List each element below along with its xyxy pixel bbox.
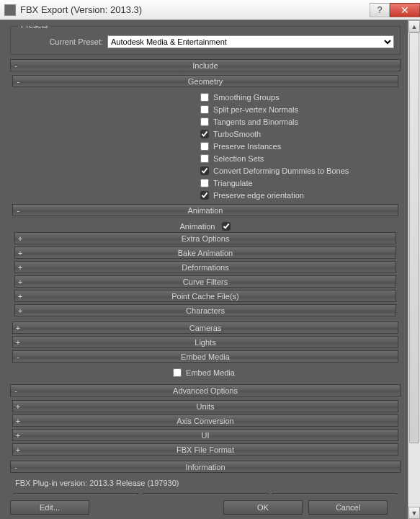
- animation-checkbox[interactable]: [222, 222, 231, 231]
- smoothing-groups-checkbox[interactable]: [200, 93, 209, 102]
- preserve-instances-label: Preserve Instances: [213, 142, 281, 151]
- smoothing-groups-label: Smoothing Groups: [213, 93, 280, 102]
- lights-header[interactable]: +Lights: [12, 336, 398, 348]
- scroll-thumb[interactable]: [409, 32, 419, 443]
- collapse-icon: -: [13, 205, 23, 216]
- geometry-header[interactable]: - Geometry: [12, 75, 398, 87]
- embed-media-label: Embed Media: [186, 368, 235, 377]
- point-cache-header[interactable]: +Point Cache File(s): [14, 290, 396, 302]
- ok-button[interactable]: OK: [223, 500, 303, 515]
- scroll-up-icon[interactable]: ▲: [408, 20, 420, 32]
- turbosmooth-label: TurboSmooth: [213, 130, 261, 138]
- units-header[interactable]: +Units: [12, 400, 398, 412]
- curve-filters-header[interactable]: +Curve Filters: [14, 275, 396, 288]
- extra-options-header[interactable]: +Extra Options: [14, 232, 396, 244]
- embed-media-checkbox[interactable]: [173, 368, 182, 377]
- turbosmooth-checkbox[interactable]: [200, 130, 209, 138]
- cancel-button[interactable]: Cancel: [308, 500, 388, 515]
- web-updates-button[interactable]: Web updates: [14, 493, 138, 494]
- edge-orientation-checkbox[interactable]: [200, 191, 209, 200]
- close-button[interactable]: ✕: [390, 3, 420, 17]
- tangents-checkbox[interactable]: [200, 117, 209, 126]
- axis-conversion-header[interactable]: +Axis Conversion: [12, 414, 398, 427]
- titlebar: FBX Export (Version: 2013.3) ? ✕: [0, 0, 420, 20]
- include-header[interactable]: - Include: [10, 59, 401, 71]
- advanced-header[interactable]: -Advanced Options: [10, 384, 401, 396]
- edge-orientation-label: Preserve edge orientation: [213, 191, 304, 200]
- split-normals-label: Split per-vertex Normals: [213, 105, 298, 114]
- animation-check-label: Animation: [180, 222, 215, 231]
- convert-dummies-checkbox[interactable]: [200, 167, 209, 175]
- embed-media-header[interactable]: -Embed Media: [12, 350, 398, 363]
- help-on-fbx-button[interactable]: Help on FBX: [143, 493, 267, 494]
- bake-animation-header[interactable]: +Bake Animation: [14, 247, 396, 259]
- collapse-icon: -: [13, 76, 23, 86]
- cameras-header[interactable]: +Cameras: [12, 321, 398, 334]
- split-normals-checkbox[interactable]: [200, 105, 209, 114]
- vertical-scrollbar[interactable]: ▲ ▼: [408, 20, 420, 519]
- current-preset-label: Current Preset:: [17, 37, 103, 46]
- tangents-label: Tangents and Binormals: [213, 117, 298, 126]
- geometry-body: Smoothing Groups Split per-vertex Normal…: [12, 89, 398, 204]
- app-icon: [4, 4, 16, 16]
- preset-select[interactable]: Autodesk Media & Entertainment: [107, 35, 394, 48]
- help-button[interactable]: ?: [370, 3, 390, 17]
- ui-header[interactable]: +UI: [12, 429, 398, 441]
- scroll-down-icon[interactable]: ▼: [408, 507, 420, 519]
- fbx-format-header[interactable]: +FBX File Format: [12, 443, 398, 456]
- characters-header[interactable]: +Characters: [14, 304, 396, 316]
- plugin-version-text: FBX Plug-in version: 2013.3 Release (197…: [12, 476, 398, 493]
- window-title: FBX Export (Version: 2013.3): [20, 4, 370, 15]
- selection-sets-checkbox[interactable]: [200, 154, 209, 163]
- collapse-icon: -: [11, 61, 21, 71]
- preserve-instances-checkbox[interactable]: [200, 142, 209, 151]
- selection-sets-label: Selection Sets: [213, 154, 264, 163]
- presets-group: Presets Current Preset: Autodesk Media &…: [10, 26, 401, 55]
- deformations-header[interactable]: +Deformations: [14, 261, 396, 273]
- information-header[interactable]: -Information: [10, 461, 401, 473]
- about-button[interactable]: About: [272, 493, 397, 494]
- presets-label: Presets: [18, 26, 50, 30]
- triangulate-checkbox[interactable]: [200, 179, 209, 187]
- triangulate-label: Triangulate: [213, 179, 253, 187]
- edit-button[interactable]: Edit...: [10, 500, 89, 515]
- convert-dummies-label: Convert Deforming Dummies to Bones: [213, 167, 349, 175]
- animation-header[interactable]: - Animation: [12, 204, 398, 216]
